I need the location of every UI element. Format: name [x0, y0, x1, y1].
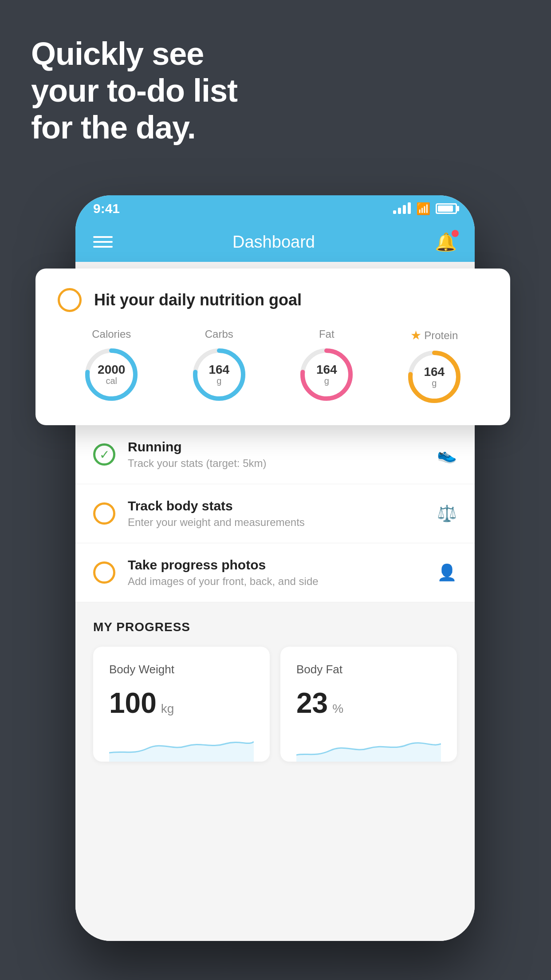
body-weight-unit: kg: [161, 702, 174, 716]
list-item[interactable]: Track body stats Enter your weight and m…: [75, 484, 475, 543]
todo-desc: Add images of your front, back, and side: [128, 575, 425, 588]
body-fat-number: 23: [296, 689, 328, 717]
nutrition-card: Hit your daily nutrition goal Calories 2…: [35, 269, 510, 425]
check-circle-yellow[interactable]: [93, 502, 115, 525]
hero-text: Quickly see your to-do list for the day.: [31, 36, 237, 146]
progress-cards: Body Weight 100 kg Body Fat: [93, 647, 457, 762]
wifi-icon: 📶: [416, 202, 430, 216]
body-fat-value: 23 %: [296, 689, 441, 717]
menu-button[interactable]: [93, 236, 113, 248]
notification-badge: [452, 230, 459, 237]
signal-icon: [393, 203, 411, 214]
status-bar: 9:41 📶: [75, 195, 475, 222]
body-weight-card[interactable]: Body Weight 100 kg: [93, 647, 270, 762]
photo-icon: 👤: [437, 563, 457, 582]
body-fat-label: Body Fat: [296, 663, 441, 676]
protein-circle: 164 g: [405, 348, 463, 406]
todo-list: ✓ Running Track your stats (target: 5km)…: [75, 425, 475, 602]
progress-section: MY PROGRESS Body Weight 100 kg: [75, 602, 475, 779]
macro-fat: Fat 164 g: [298, 328, 355, 403]
todo-content: Track body stats Enter your weight and m…: [128, 498, 425, 529]
todo-content: Take progress photos Add images of your …: [128, 557, 425, 588]
todo-name: Track body stats: [128, 498, 425, 514]
nav-bar: Dashboard 🔔: [75, 222, 475, 262]
todo-name: Take progress photos: [128, 557, 425, 573]
body-fat-chart: [296, 726, 441, 762]
macro-protein: ★ Protein 164 g: [405, 328, 463, 406]
fat-number: 164: [316, 364, 337, 376]
list-item[interactable]: ✓ Running Track your stats (target: 5km)…: [75, 425, 475, 484]
body-weight-label: Body Weight: [109, 663, 254, 676]
protein-label: Protein: [424, 329, 458, 342]
body-fat-unit: %: [332, 702, 343, 716]
nutrition-card-header: Hit your daily nutrition goal: [58, 288, 488, 312]
progress-title: MY PROGRESS: [93, 620, 457, 634]
shoe-icon: 👟: [437, 445, 457, 464]
check-circle-green[interactable]: ✓: [93, 443, 115, 466]
calories-number: 2000: [98, 364, 125, 376]
list-item[interactable]: Take progress photos Add images of your …: [75, 543, 475, 602]
status-time: 9:41: [93, 201, 120, 216]
body-weight-value: 100 kg: [109, 689, 254, 717]
todo-name: Running: [128, 439, 425, 454]
body-fat-card[interactable]: Body Fat 23 %: [280, 647, 457, 762]
nutrition-check-circle[interactable]: [58, 288, 82, 312]
carbs-label: Carbs: [205, 328, 233, 340]
carbs-number: 164: [209, 364, 229, 376]
check-circle-yellow[interactable]: [93, 561, 115, 584]
nutrition-title: Hit your daily nutrition goal: [94, 291, 302, 309]
battery-icon: [436, 203, 457, 214]
carbs-unit: g: [209, 376, 229, 386]
todo-desc: Enter your weight and measurements: [128, 516, 425, 529]
calories-unit: cal: [98, 376, 125, 386]
carbs-circle: 164 g: [190, 346, 248, 403]
protein-unit: g: [424, 378, 445, 388]
scale-icon: ⚖️: [437, 504, 457, 523]
star-icon: ★: [410, 328, 421, 343]
protein-label-row: ★ Protein: [410, 328, 458, 343]
macro-calories: Calories 2000 cal: [83, 328, 140, 403]
protein-number: 164: [424, 366, 445, 378]
calories-label: Calories: [92, 328, 131, 340]
fat-circle: 164 g: [298, 346, 355, 403]
fat-label: Fat: [319, 328, 335, 340]
nutrition-macros: Calories 2000 cal Carbs: [58, 328, 488, 406]
calories-circle: 2000 cal: [83, 346, 140, 403]
macro-carbs: Carbs 164 g: [190, 328, 248, 403]
nav-title: Dashboard: [232, 233, 315, 252]
todo-content: Running Track your stats (target: 5km): [128, 439, 425, 470]
notification-button[interactable]: 🔔: [435, 232, 457, 253]
fat-unit: g: [316, 376, 337, 386]
body-weight-chart: [109, 726, 254, 762]
status-icons: 📶: [393, 202, 457, 216]
body-weight-number: 100: [109, 689, 157, 717]
todo-desc: Track your stats (target: 5km): [128, 457, 425, 470]
